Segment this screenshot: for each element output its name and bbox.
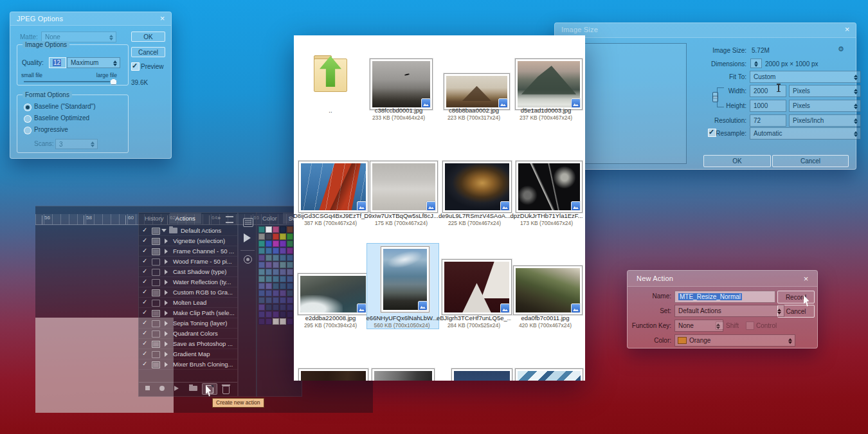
file-name-label[interactable]: c86b8baa0002.jpg <box>437 107 511 114</box>
dialog-titlebar[interactable]: Image Size <box>555 23 856 38</box>
color-swatch[interactable] <box>280 297 286 303</box>
color-swatch[interactable] <box>258 283 265 289</box>
resample-dropdown[interactable]: Automatic <box>750 127 861 140</box>
color-swatch[interactable] <box>258 248 265 254</box>
action-row[interactable]: ✓Water Reflection (ty... <box>139 277 237 287</box>
checkmark-icon[interactable]: ✓ <box>142 360 147 367</box>
action-row[interactable]: ✓Make Clip Path (sele... <box>139 308 237 318</box>
file-name-label[interactable]: dpzDUkJrTHb71Yla1EzF... <box>509 212 584 219</box>
color-swatch[interactable] <box>280 311 286 318</box>
cancel-button[interactable]: Cancel <box>772 155 849 167</box>
color-swatch[interactable] <box>266 248 272 254</box>
color-swatch[interactable] <box>273 318 279 325</box>
color-swatch[interactable] <box>280 233 286 240</box>
width-input[interactable]: 2000 <box>750 85 786 97</box>
dialog-toggle-icon[interactable] <box>152 258 160 266</box>
color-swatch[interactable] <box>266 226 272 233</box>
create-set-icon[interactable] <box>189 386 197 391</box>
dimensions-dropdown[interactable] <box>750 59 762 68</box>
file-thumbnail[interactable] <box>370 59 433 110</box>
chevron-right-icon[interactable] <box>165 290 168 295</box>
checkmark-icon[interactable]: ✓ <box>142 267 147 275</box>
color-swatch[interactable] <box>266 262 272 268</box>
color-swatch[interactable] <box>258 311 265 318</box>
file-thumbnail[interactable] <box>513 266 583 315</box>
color-dropdown[interactable]: Orange <box>674 334 795 347</box>
chain-link-icon[interactable] <box>712 92 718 102</box>
resolution-unit-dropdown[interactable]: Pixels/Inch <box>789 114 861 127</box>
color-swatch[interactable] <box>287 283 293 289</box>
file-name-label[interactable]: eBJIgrh3TCeHf7unLQ5e_... <box>437 314 511 321</box>
color-swatch[interactable] <box>266 304 272 311</box>
action-row[interactable]: ✓Mixer Brush Cloning... <box>139 359 237 370</box>
stop-icon[interactable] <box>145 386 150 390</box>
action-row[interactable]: ✓Cast Shadow (type) <box>139 267 237 277</box>
color-swatch[interactable] <box>287 269 293 275</box>
color-swatch[interactable] <box>280 248 286 254</box>
color-swatch[interactable] <box>273 304 279 311</box>
file-thumbnail[interactable] <box>442 161 512 213</box>
color-swatch[interactable] <box>258 297 265 303</box>
color-swatch[interactable] <box>258 233 265 240</box>
width-unit-dropdown[interactable]: Pixels <box>789 85 861 97</box>
close-icon[interactable] <box>801 274 811 284</box>
action-row[interactable]: ✓Gradient Map <box>139 349 237 359</box>
color-swatch[interactable] <box>258 290 265 296</box>
gear-icon[interactable]: ⚙ <box>838 45 844 53</box>
chevron-right-icon[interactable] <box>165 259 168 264</box>
color-swatch[interactable] <box>273 262 279 268</box>
format-option-radio[interactable] <box>24 115 32 123</box>
color-swatch[interactable] <box>258 304 265 311</box>
file-name-label[interactable]: D8ijGd3CSGq4BxJ9EzTf_... <box>294 212 368 219</box>
checkmark-icon[interactable]: ✓ <box>142 339 147 347</box>
dialog-titlebar[interactable]: JPEG Options <box>10 12 171 26</box>
file-name-label[interactable]: e2ddba220008.jpg <box>294 314 368 321</box>
action-row[interactable]: ✓Custom RGB to Gra... <box>139 287 237 298</box>
file-name-label[interactable]: c38fccbd0001.jpg <box>361 107 436 114</box>
action-name-input[interactable]: MTE_Resize_Normal <box>674 291 775 303</box>
color-swatch[interactable] <box>287 290 293 296</box>
color-swatch[interactable] <box>287 311 293 318</box>
quality-slider-track[interactable] <box>24 81 116 82</box>
color-swatch[interactable] <box>273 248 279 254</box>
cancel-button[interactable]: Cancel <box>131 47 165 57</box>
checkmark-icon[interactable]: ✓ <box>142 350 147 357</box>
color-swatch[interactable] <box>266 233 272 240</box>
action-row[interactable]: ✓Sepia Toning (layer) <box>139 318 237 329</box>
color-swatch[interactable] <box>287 255 293 261</box>
dialog-titlebar[interactable]: New Action <box>628 271 817 287</box>
checkmark-icon[interactable]: ✓ <box>142 247 147 254</box>
file-thumbnail[interactable] <box>442 259 512 315</box>
color-swatch[interactable] <box>287 318 293 325</box>
color-swatch[interactable] <box>280 304 286 311</box>
color-swatch[interactable] <box>287 262 293 268</box>
tab-color[interactable]: Color <box>257 213 283 224</box>
checkmark-icon[interactable]: ✓ <box>142 288 147 295</box>
color-swatch[interactable] <box>280 318 286 325</box>
file-thumbnail[interactable] <box>298 273 368 315</box>
collapse-panel-icon[interactable]: » <box>217 215 221 221</box>
action-row[interactable]: ✓Molten Lead <box>139 298 237 308</box>
chevron-down-icon[interactable] <box>161 229 167 232</box>
dock-play-icon[interactable] <box>244 233 251 242</box>
format-option-radio[interactable] <box>24 104 32 111</box>
file-thumbnail[interactable] <box>381 246 429 312</box>
action-row[interactable]: ✓Vignette (selection) <box>139 236 237 246</box>
color-swatch[interactable] <box>273 311 279 318</box>
checkmark-icon[interactable]: ✓ <box>142 237 147 244</box>
checkmark-icon[interactable]: ✓ <box>142 329 147 336</box>
ok-button[interactable]: OK <box>703 155 771 167</box>
parent-folder-icon[interactable] <box>313 53 348 93</box>
chevron-right-icon[interactable] <box>165 341 168 347</box>
height-input[interactable]: 1000 <box>750 100 786 112</box>
color-swatch[interactable] <box>280 255 286 261</box>
dialog-toggle-icon[interactable] <box>152 238 160 245</box>
dialog-toggle-icon[interactable] <box>152 300 160 307</box>
color-swatch[interactable] <box>287 304 293 311</box>
file-thumbnail[interactable] <box>298 161 368 213</box>
color-swatch[interactable] <box>273 269 279 275</box>
resample-checkbox[interactable] <box>708 129 716 137</box>
color-swatch[interactable] <box>266 269 272 275</box>
dialog-toggle-icon[interactable] <box>152 289 160 296</box>
chevron-right-icon[interactable] <box>165 331 168 336</box>
